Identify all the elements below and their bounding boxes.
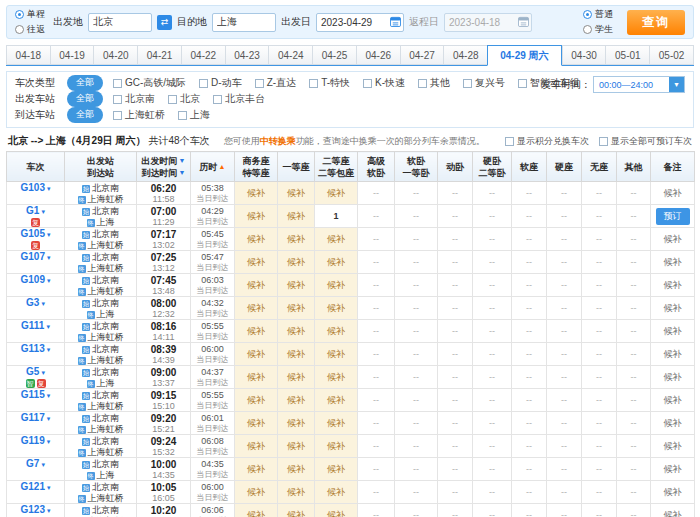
date-tab[interactable]: 04-19	[50, 45, 94, 65]
seat-availability[interactable]: 候补	[235, 182, 278, 205]
seat-availability[interactable]: 候补	[235, 274, 278, 297]
train-number-link[interactable]: G107	[21, 251, 45, 262]
expand-caret-icon[interactable]: ▾	[47, 484, 51, 491]
expand-caret-icon[interactable]: ▾	[41, 300, 45, 307]
seat-availability[interactable]: 候补	[235, 481, 278, 504]
expand-caret-icon[interactable]: ▾	[47, 346, 51, 353]
col-duration[interactable]: 历时▲	[191, 152, 235, 182]
date-tab[interactable]: 04-21	[137, 45, 181, 65]
date-tab[interactable]: 04-25	[312, 45, 356, 65]
expand-caret-icon[interactable]: ▾	[41, 461, 45, 468]
seat-availability[interactable]: 候补	[278, 182, 315, 205]
expand-caret-icon[interactable]: ▾	[47, 438, 51, 445]
train-number-link[interactable]: G7	[26, 458, 39, 469]
train-number-link[interactable]: G117	[21, 412, 45, 423]
waitlist-link[interactable]: 候补	[664, 441, 682, 451]
seat-availability[interactable]: 候补	[235, 228, 278, 251]
seat-availability[interactable]: 候补	[235, 320, 278, 343]
waitlist-link[interactable]: 候补	[664, 188, 682, 198]
seat-availability[interactable]: 候补	[278, 228, 315, 251]
expand-caret-icon[interactable]: ▾	[41, 208, 45, 215]
date-tab[interactable]: 04-26	[356, 45, 400, 65]
query-button[interactable]: 查询	[627, 10, 685, 35]
waitlist-link[interactable]: 候补	[664, 234, 682, 244]
expand-caret-icon[interactable]: ▾	[47, 231, 51, 238]
train-number-link[interactable]: G103	[21, 182, 45, 193]
date-tab[interactable]: 04-28	[443, 45, 487, 65]
train-number-link[interactable]: G115	[21, 389, 45, 400]
filter-option[interactable]: D-动车	[199, 76, 242, 90]
seat-availability[interactable]: 候补	[278, 435, 315, 458]
date-tab[interactable]: 04-27	[400, 45, 444, 65]
filter-option[interactable]: 上海虹桥	[113, 108, 165, 122]
seat-availability[interactable]: 候补	[278, 481, 315, 504]
calendar-icon[interactable]	[390, 16, 401, 27]
waitlist-link[interactable]: 候补	[664, 257, 682, 267]
filter-option[interactable]: 北京	[168, 92, 200, 106]
seat-availability[interactable]: 候补	[278, 366, 315, 389]
train-number-link[interactable]: G3	[26, 297, 39, 308]
expand-caret-icon[interactable]: ▾	[47, 392, 51, 399]
book-button[interactable]: 预订	[656, 208, 690, 225]
train-number-link[interactable]: G111	[21, 320, 44, 331]
filter-option[interactable]: K-快速	[363, 76, 405, 90]
waitlist-link[interactable]: 候补	[664, 372, 682, 382]
filter-all-badge[interactable]: 全部	[67, 107, 103, 123]
date-tab[interactable]: 04-24	[268, 45, 312, 65]
filter-all-badge[interactable]: 全部	[67, 75, 103, 91]
seat-availability[interactable]: 候补	[278, 412, 315, 435]
col-times[interactable]: 出发时间▼到达时间▼	[137, 152, 191, 182]
trip-type-roundtrip-radio[interactable]: 往返	[15, 23, 45, 36]
waitlist-link[interactable]: 候补	[664, 464, 682, 474]
seat-availability[interactable]: 候补	[235, 412, 278, 435]
date-tab[interactable]: 04-18	[6, 45, 50, 65]
seat-availability[interactable]: 候补	[315, 504, 358, 517]
passenger-type-normal-radio[interactable]: 普通	[583, 8, 613, 21]
waitlist-link[interactable]: 候补	[664, 395, 682, 405]
seat-availability[interactable]: 候补	[278, 274, 315, 297]
seat-availability[interactable]: 候补	[278, 320, 315, 343]
toggle-bookable-trains[interactable]: 显示全部可预订车次	[599, 135, 692, 148]
sort-arrow-icon[interactable]: ▼	[179, 169, 186, 176]
seat-availability[interactable]: 候补	[278, 458, 315, 481]
seat-availability[interactable]: 候补	[315, 389, 358, 412]
expand-caret-icon[interactable]: ▾	[47, 185, 51, 192]
filter-option[interactable]: 其他	[418, 76, 450, 90]
seat-availability[interactable]: 候补	[315, 182, 358, 205]
seat-availability[interactable]: 候补	[235, 251, 278, 274]
expand-caret-icon[interactable]: ▾	[47, 415, 51, 422]
train-number-link[interactable]: G121	[21, 481, 45, 492]
seat-availability[interactable]: 候补	[315, 297, 358, 320]
waitlist-link[interactable]: 候补	[664, 510, 682, 517]
seat-availability[interactable]: 候补	[315, 366, 358, 389]
train-number-link[interactable]: G1	[26, 205, 39, 216]
waitlist-link[interactable]: 候补	[664, 303, 682, 313]
seat-availability[interactable]: 候补	[235, 504, 278, 517]
filter-all-badge[interactable]: 全部	[67, 91, 103, 107]
seat-availability[interactable]: 候补	[278, 343, 315, 366]
seat-availability[interactable]: 候补	[235, 297, 278, 320]
sort-arrow-icon[interactable]: ▼	[179, 157, 186, 164]
date-tab[interactable]: 05-01	[605, 45, 649, 65]
expand-caret-icon[interactable]: ▾	[47, 507, 51, 514]
seat-availability[interactable]: 候补	[235, 458, 278, 481]
seat-availability[interactable]: 候补	[278, 297, 315, 320]
seat-availability[interactable]: 候补	[315, 320, 358, 343]
sort-arrow-icon[interactable]: ▲	[219, 163, 226, 170]
waitlist-link[interactable]: 候补	[664, 349, 682, 359]
filter-option[interactable]: 北京丰台	[213, 92, 265, 106]
date-tab[interactable]: 04-29 周六	[487, 45, 562, 66]
seat-availability[interactable]: 候补	[315, 435, 358, 458]
date-tab[interactable]: 04-23	[225, 45, 269, 65]
date-tab[interactable]: 04-22	[181, 45, 225, 65]
date-tab[interactable]: 04-30	[562, 45, 606, 65]
expand-caret-icon[interactable]: ▾	[47, 254, 51, 261]
train-number-link[interactable]: G105	[21, 228, 45, 239]
swap-stations-icon[interactable]: ⇄	[157, 15, 172, 30]
seat-availability[interactable]: 候补	[315, 481, 358, 504]
seat-availability[interactable]: 候补	[315, 412, 358, 435]
seat-availability[interactable]: 1	[315, 205, 358, 228]
train-number-link[interactable]: G123	[21, 504, 45, 515]
trip-type-oneway-radio[interactable]: 单程	[15, 8, 45, 21]
seat-availability[interactable]: 候补	[315, 274, 358, 297]
